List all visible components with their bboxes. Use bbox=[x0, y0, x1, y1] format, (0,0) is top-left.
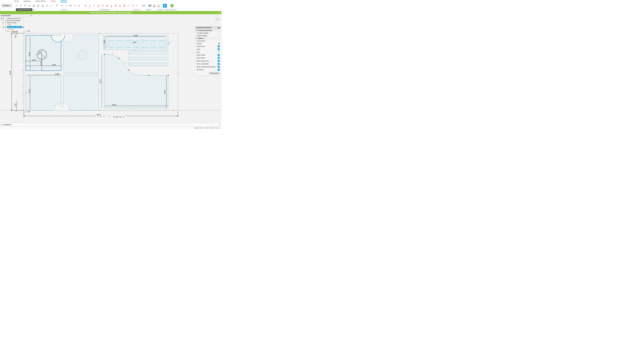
palette-header[interactable]: ◀ SKETCH PALETTE ▶▶ bbox=[195, 26, 221, 29]
opt-showprojected[interactable]: Show Projected Geometries bbox=[195, 65, 221, 68]
capture-icon[interactable]: ∎▾ bbox=[122, 116, 125, 118]
expand-icon[interactable]: ▶ bbox=[1, 124, 2, 126]
checkbox[interactable] bbox=[218, 48, 220, 50]
palette-section-options[interactable]: ▼ Options bbox=[195, 37, 221, 40]
visibility-icon[interactable]: 👁 bbox=[5, 26, 7, 28]
opt-slice[interactable]: Slice bbox=[195, 51, 221, 54]
fillet-tool-icon[interactable] bbox=[56, 4, 59, 8]
spline-tool-icon[interactable] bbox=[28, 4, 32, 8]
tree-item-component[interactable]: ◢ 👁 ▫ sample_layout:1 ◉ bbox=[0, 26, 32, 28]
opt-3dsketch[interactable]: 3D Sketch bbox=[195, 68, 221, 71]
measure-tool-icon[interactable] bbox=[142, 4, 145, 8]
opt-construction[interactable]: Construction⟋ bbox=[195, 40, 221, 42]
line-tool-icon[interactable] bbox=[15, 4, 19, 8]
symmetry-constraint-icon[interactable] bbox=[131, 4, 135, 8]
trim-tool-icon[interactable] bbox=[60, 4, 64, 8]
tree-item-namedviews[interactable]: ▷ 📁 Named Views bbox=[0, 22, 32, 24]
equal-constraint-icon[interactable] bbox=[101, 4, 105, 8]
checkbox[interactable] bbox=[218, 60, 220, 62]
ws-tab-solid[interactable]: SOLID bbox=[14, 0, 19, 3]
checkbox[interactable] bbox=[218, 66, 220, 68]
collapse-icon[interactable]: ◀◀ bbox=[1, 15, 3, 16]
tangent-constraint-icon[interactable] bbox=[97, 4, 100, 8]
notification-link[interactable]: Find out what's new. bbox=[117, 12, 131, 14]
constraints-menu[interactable]: CONSTRAINTS▼ bbox=[78, 9, 133, 11]
ws-tab-surface[interactable]: SURFACE bbox=[23, 0, 31, 3]
visibility-icon[interactable]: 👁 bbox=[7, 31, 9, 32]
zoom-window-icon[interactable]: 🔍▾ bbox=[109, 116, 111, 118]
vertical-constraint-icon[interactable] bbox=[88, 4, 92, 8]
opt-showconstraints[interactable]: Show Constraints bbox=[195, 62, 221, 65]
text-tool-icon[interactable]: A bbox=[45, 4, 49, 8]
inspect-menu[interactable]: INSPECT▼ bbox=[133, 9, 141, 11]
close-icon[interactable]: ✕ bbox=[218, 12, 220, 14]
insert-image-icon[interactable] bbox=[148, 4, 152, 8]
horizontal-constraint-icon[interactable] bbox=[84, 4, 87, 8]
orbit-icon[interactable]: ⟲ bbox=[97, 116, 99, 118]
expand-icon[interactable]: ▶▶ bbox=[218, 27, 220, 29]
palette-section-contextual[interactable]: ▼ Contextual Options bbox=[195, 29, 221, 32]
finish-sketch-button[interactable]: Finish Sketch bbox=[208, 72, 220, 75]
tree-item-docsettings[interactable]: ▷ ⚙ Document Settings bbox=[0, 19, 32, 22]
opt-lookat[interactable]: Look At▦ bbox=[195, 42, 221, 45]
collinear-constraint-icon[interactable] bbox=[127, 4, 131, 8]
rectangle-tool-icon[interactable] bbox=[32, 4, 36, 8]
pin-icon[interactable]: ● bbox=[219, 124, 220, 126]
checkbox[interactable] bbox=[218, 69, 220, 71]
tree-item-sketches[interactable]: ▷ 👁 📁 Sketches bbox=[0, 30, 32, 33]
equation-tool-icon[interactable]: fx bbox=[77, 4, 81, 8]
expand-icon[interactable]: ▷ bbox=[2, 22, 4, 24]
pan-icon[interactable]: ✥ bbox=[100, 116, 102, 118]
modify-menu[interactable]: MODIFY▼ bbox=[52, 9, 78, 11]
expand-icon[interactable]: ▷ bbox=[2, 19, 4, 21]
finish-sketch-icon[interactable] bbox=[169, 4, 175, 8]
expand-icon[interactable]: ◢ bbox=[2, 26, 4, 28]
tree-item-comp-origin[interactable]: ▷ 📁 Origin bbox=[0, 28, 32, 30]
canvas[interactable]: ⌀6.00 10.00 10.00 22.00 22.00 22.00 22.0… bbox=[0, 14, 221, 123]
opt-tangent[interactable]: Tangent display↘ bbox=[195, 34, 221, 37]
ws-tab-sheetmetal[interactable]: SHEET METAL bbox=[35, 0, 46, 3]
comments-bar[interactable]: ▶ COMMENTS ● bbox=[0, 123, 221, 127]
curvature-constraint-icon[interactable] bbox=[136, 4, 139, 8]
fit-icon[interactable]: ⛶ bbox=[106, 116, 108, 118]
coincident-constraint-icon[interactable] bbox=[92, 4, 96, 8]
ws-tab-sketch[interactable]: SKETCH bbox=[60, 0, 67, 3]
fix-constraint-icon[interactable] bbox=[114, 4, 117, 8]
checkbox[interactable] bbox=[218, 57, 220, 59]
offset-tool-icon[interactable] bbox=[73, 4, 77, 8]
collapse-icon[interactable]: ◀ bbox=[196, 27, 197, 29]
tree-item-root[interactable]: ◢ 👁 📄 sample_layouts v13 bbox=[0, 17, 32, 19]
checkbox[interactable] bbox=[218, 54, 220, 56]
polygon-tool-icon[interactable] bbox=[41, 4, 44, 8]
tree-item-origin[interactable]: ▷ 📁 Origin bbox=[0, 24, 32, 26]
checkbox[interactable] bbox=[218, 63, 220, 65]
visibility-icon[interactable]: 👁 bbox=[3, 18, 4, 19]
opt-showprofile[interactable]: Show Profile bbox=[195, 54, 221, 56]
insert-svg-icon[interactable]: SVG bbox=[157, 4, 160, 8]
insert-menu[interactable]: INSERT▼ bbox=[141, 9, 157, 11]
expand-icon[interactable]: ▷ bbox=[5, 31, 7, 32]
viewport-icon[interactable]: ▤▾ bbox=[119, 116, 122, 118]
ws-tab-tools[interactable]: TOOLS bbox=[51, 0, 56, 3]
expand-icon[interactable]: ▷ bbox=[2, 24, 4, 26]
checkbox[interactable] bbox=[218, 45, 220, 47]
opt-snap[interactable]: Snap bbox=[195, 48, 221, 51]
finish-menu[interactable]: FINISH SKETCH▼ bbox=[165, 9, 177, 11]
display-icon[interactable]: ▥▾ bbox=[113, 116, 116, 118]
opt-showpoints[interactable]: Show Points bbox=[195, 56, 221, 59]
viewcube[interactable]: Y X Z TOP bbox=[210, 16, 219, 23]
radio-icon[interactable]: ◉ bbox=[22, 26, 24, 28]
checkbox[interactable] bbox=[218, 51, 220, 53]
opt-sketchgrid[interactable]: Sketch Grid bbox=[195, 45, 221, 48]
select-menu[interactable]: SELECT▼ bbox=[157, 9, 165, 11]
line-arc-tool-icon[interactable] bbox=[19, 4, 23, 8]
concentric-constraint-icon[interactable] bbox=[122, 4, 126, 8]
arc-tool-icon[interactable] bbox=[23, 4, 27, 8]
pin-icon[interactable]: ● bbox=[31, 15, 32, 16]
select-tool-icon[interactable] bbox=[163, 4, 167, 8]
expand-icon[interactable]: ◢ bbox=[0, 18, 2, 19]
workspace-button[interactable]: DESIGN ▼ bbox=[1, 4, 12, 7]
parallel-constraint-icon[interactable] bbox=[105, 4, 109, 8]
zoom-icon[interactable]: 🔍 bbox=[103, 116, 105, 118]
perpendicular-constraint-icon[interactable] bbox=[110, 4, 113, 8]
